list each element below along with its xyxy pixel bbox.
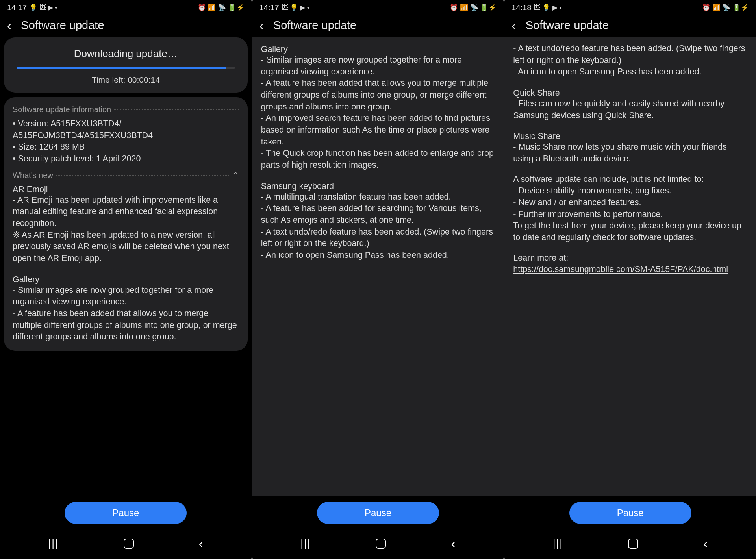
learn-more-label: Learn more at: <box>513 252 747 264</box>
status-right-icons: ⏰ 📶 📡 🔋⚡ <box>450 4 497 12</box>
section-body: - AR Emoji has been updated with improve… <box>13 194 239 265</box>
status-bar: 14:18 🖼 💡 ▶ • ⏰ 📶 📡 🔋⚡ <box>504 0 756 15</box>
chevron-up-icon[interactable]: ⌃ <box>232 170 239 181</box>
recents-button[interactable]: ||| <box>300 537 311 550</box>
nav-back-button[interactable]: ‹ <box>703 536 708 551</box>
pause-button[interactable]: Pause <box>569 502 691 524</box>
home-button[interactable] <box>628 539 638 549</box>
section-body: - Similar images are now grouped togethe… <box>261 54 495 171</box>
section-title: Samsung keyboard <box>261 181 495 191</box>
phone-screen-3: 14:18 🖼 💡 ▶ • ⏰ 📶 📡 🔋⚡ ‹ Software update… <box>504 0 756 559</box>
section-body: - A multilingual translation feature has… <box>261 191 495 261</box>
section-title: Music Share <box>513 131 747 141</box>
app-header: ‹ Software update <box>504 15 756 37</box>
status-time: 14:17 <box>259 3 279 12</box>
section-body: - Music Share now lets you share music w… <box>513 141 747 165</box>
footer-body: A software update can include, but is no… <box>513 174 747 244</box>
back-icon[interactable]: ‹ <box>511 19 516 32</box>
download-card: Downloading update… Time left: 00:00:14 <box>4 37 248 93</box>
section-body: - Files can now be quickly and easily sh… <box>513 98 747 121</box>
status-left-icons: 🖼 💡 ▶ • <box>534 4 561 12</box>
recents-button[interactable]: ||| <box>553 537 563 550</box>
section-body: - Similar images are now grouped togethe… <box>13 285 239 343</box>
navigation-bar: ||| ‹ <box>504 529 756 559</box>
phone-screen-1: 14:17 💡 🖼 ▶ • ⏰ 📶 📡 🔋⚡ ‹ Software update… <box>0 0 252 559</box>
status-time: 14:18 <box>511 3 531 12</box>
whatsnew-header[interactable]: What's new ⌃ <box>13 170 239 181</box>
status-bar: 14:17 💡 🖼 ▶ • ⏰ 📶 📡 🔋⚡ <box>0 0 252 15</box>
home-button[interactable] <box>124 539 134 549</box>
status-left-icons: 🖼 💡 ▶ • <box>282 4 309 12</box>
home-button[interactable] <box>376 539 386 549</box>
back-icon[interactable]: ‹ <box>7 19 11 32</box>
info-line: • Size: 1264.89 MB <box>13 141 239 153</box>
pause-button[interactable]: Pause <box>317 502 439 524</box>
app-header: ‹ Software update <box>252 15 504 37</box>
status-time: 14:17 <box>7 3 27 12</box>
section-title: Quick Share <box>513 88 747 98</box>
progress-fill <box>17 67 226 69</box>
back-icon[interactable]: ‹ <box>259 19 264 32</box>
info-line: • Version: A515FXXU3BTD4/ <box>13 118 239 130</box>
info-section-header: Software update information <box>13 105 239 114</box>
section-title: Gallery <box>261 44 495 54</box>
page-title: Software update <box>21 19 104 32</box>
status-left-icons: 💡 🖼 ▶ • <box>29 4 57 12</box>
navigation-bar: ||| ‹ <box>0 529 252 559</box>
phone-screen-2: 14:17 🖼 💡 ▶ • ⏰ 📶 📡 🔋⚡ ‹ Software update… <box>252 0 504 559</box>
status-right-icons: ⏰ 📶 📡 🔋⚡ <box>702 4 749 12</box>
changelog-card[interactable]: Gallery - Similar images are now grouped… <box>252 37 504 496</box>
navigation-bar: ||| ‹ <box>252 529 504 559</box>
section-title: AR Emoji <box>13 185 239 194</box>
app-header: ‹ Software update <box>0 15 252 37</box>
info-line: A515FOJM3BTD4/A515FXXU3BTD4 <box>13 130 239 142</box>
recents-button[interactable]: ||| <box>48 537 59 550</box>
pause-button[interactable]: Pause <box>65 502 187 524</box>
info-line: • Security patch level: 1 April 2020 <box>13 153 239 165</box>
time-left-label: Time left: 00:00:14 <box>13 75 239 85</box>
section-body: - A text undo/redo feature has been adde… <box>513 43 747 78</box>
status-right-icons: ⏰ 📶 📡 🔋⚡ <box>198 4 245 12</box>
changelog-card[interactable]: - A text undo/redo feature has been adde… <box>504 37 756 496</box>
progress-bar <box>17 67 235 69</box>
status-bar: 14:17 🖼 💡 ▶ • ⏰ 📶 📡 🔋⚡ <box>252 0 504 15</box>
nav-back-button[interactable]: ‹ <box>451 536 455 551</box>
section-title: Gallery <box>13 275 239 285</box>
update-info-card: Software update information • Version: A… <box>4 97 248 351</box>
learn-more-link[interactable]: https://doc.samsungmobile.com/SM-A515F/P… <box>513 264 747 276</box>
nav-back-button[interactable]: ‹ <box>199 536 203 551</box>
page-title: Software update <box>526 19 609 32</box>
download-status-title: Downloading update… <box>13 48 239 60</box>
page-title: Software update <box>273 19 356 32</box>
